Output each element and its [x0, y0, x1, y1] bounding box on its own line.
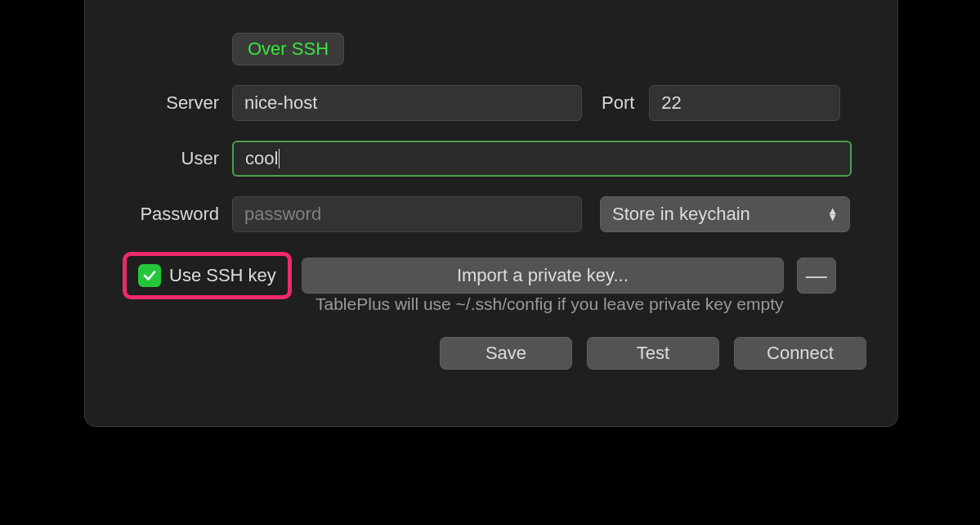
user-label: User	[85, 148, 232, 169]
save-label: Save	[486, 343, 526, 364]
minus-icon: —	[806, 263, 827, 289]
connect-button[interactable]: Connect	[734, 337, 866, 370]
user-value: cool	[245, 148, 278, 169]
footer-buttons: Save Test Connect	[85, 337, 897, 370]
ssh-key-highlight: Use SSH key	[123, 252, 292, 299]
connect-label: Connect	[767, 343, 834, 364]
chevron-up-down-icon: ▲▼	[827, 208, 838, 221]
password-label: Password	[85, 204, 232, 225]
keychain-select-value: Store in keychain	[612, 204, 750, 225]
password-input[interactable]	[232, 196, 582, 232]
remove-key-button[interactable]: —	[797, 258, 836, 294]
port-label: Port	[602, 92, 634, 114]
import-private-key-label: Import a private key...	[457, 265, 629, 286]
server-label: Server	[85, 92, 232, 114]
ssh-key-hint: TablePlus will use ~/.ssh/config if you …	[315, 294, 897, 314]
use-ssh-key-checkbox[interactable]	[138, 264, 161, 287]
connection-panel: Over SSH Server Port User cool Password …	[84, 0, 898, 427]
user-input[interactable]: cool	[232, 141, 852, 177]
text-caret	[279, 149, 280, 168]
test-button[interactable]: Test	[587, 337, 719, 370]
use-ssh-key-label: Use SSH key	[169, 265, 276, 286]
check-icon	[142, 268, 157, 283]
port-input[interactable]	[649, 85, 840, 121]
import-private-key-button[interactable]: Import a private key...	[302, 258, 784, 294]
keychain-select[interactable]: Store in keychain ▲▼	[600, 196, 850, 232]
over-ssh-tab[interactable]: Over SSH	[232, 33, 344, 65]
over-ssh-label: Over SSH	[248, 38, 329, 60]
test-label: Test	[637, 343, 669, 364]
save-button[interactable]: Save	[440, 337, 572, 370]
server-input[interactable]	[232, 85, 582, 121]
